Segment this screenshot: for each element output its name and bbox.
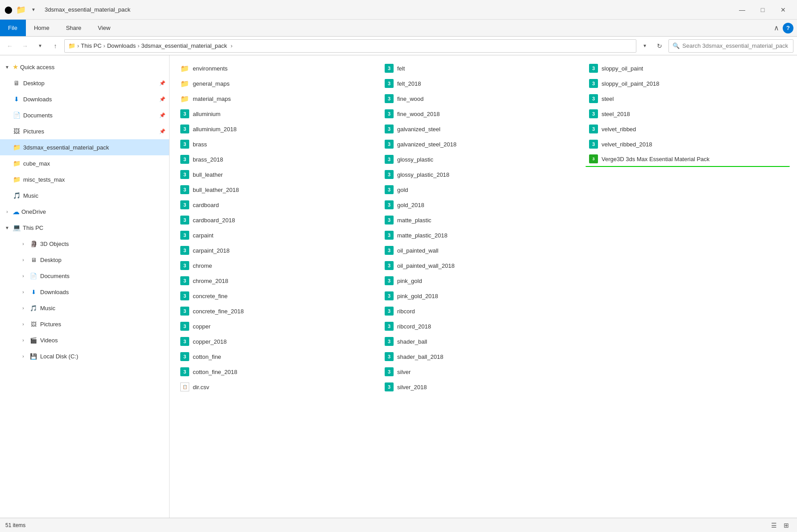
3ds-icon: 3 bbox=[385, 367, 394, 376]
list-item[interactable]: 3sloppy_oil_paint bbox=[585, 61, 790, 76]
list-item[interactable]: 3gold bbox=[381, 182, 585, 197]
list-item[interactable]: 3copper_2018 bbox=[177, 334, 381, 349]
list-item[interactable]: 3silver_2018 bbox=[381, 379, 585, 395]
sidebar-item-desktop-qa[interactable]: 🖥 Desktop 📌 bbox=[0, 75, 169, 91]
folder-icon[interactable]: 📁 bbox=[16, 5, 26, 15]
path-thispc[interactable]: This PC bbox=[81, 42, 101, 49]
sidebar-item-music-pc[interactable]: › 🎵 Music bbox=[0, 300, 169, 316]
list-item[interactable]: 3velvet_ribbed_2018 bbox=[585, 137, 790, 152]
list-item[interactable]: 3steel bbox=[585, 91, 790, 106]
list-item[interactable]: 3chrome bbox=[177, 258, 381, 273]
list-item[interactable]: 3galvanized_steel_2018 bbox=[381, 137, 585, 152]
list-item[interactable]: 3carpaint_2018 bbox=[177, 243, 381, 258]
up-button[interactable]: ↑ bbox=[49, 40, 62, 52]
list-item[interactable]: 3copper bbox=[177, 319, 381, 334]
tab-share[interactable]: Share bbox=[58, 20, 90, 36]
list-item[interactable]: 3concrete_fine_2018 bbox=[177, 303, 381, 319]
sidebar-item-cubemax-qa[interactable]: 📁 cube_max bbox=[0, 155, 169, 171]
sidebar-section-thispc[interactable]: ▼ 💻 This PC bbox=[0, 220, 169, 236]
path-folder[interactable]: 3dsmax_essential_material_pack bbox=[141, 42, 227, 49]
tab-home[interactable]: Home bbox=[26, 20, 58, 36]
address-path[interactable]: 📁 › This PC › Downloads › 3dsmax_essenti… bbox=[64, 39, 636, 53]
dropdown-icon[interactable]: ▼ bbox=[29, 5, 38, 15]
list-item[interactable]: 3carpaint bbox=[177, 228, 381, 243]
list-item[interactable]: 3ribcord bbox=[381, 303, 585, 319]
list-item[interactable]: 3felt_2018 bbox=[381, 76, 585, 91]
list-item[interactable]: 3ribcord_2018 bbox=[381, 319, 585, 334]
list-item[interactable]: 3brass bbox=[177, 137, 381, 152]
list-item[interactable]: 📁environments bbox=[177, 61, 381, 76]
localdisk-pc-icon: 💾 bbox=[29, 352, 37, 360]
ribbon-collapse-button[interactable]: ∧ bbox=[774, 24, 779, 32]
sidebar-item-3dobjects[interactable]: › 🗿 3D Objects bbox=[0, 236, 169, 252]
list-item[interactable]: 3gold_2018 bbox=[381, 197, 585, 212]
list-item[interactable]: 3galvanized_steel bbox=[381, 121, 585, 137]
sidebar-item-music-qa[interactable]: 🎵 Music bbox=[0, 187, 169, 204]
sidebar-item-videos-pc[interactable]: › 🎬 Videos bbox=[0, 332, 169, 348]
3ds-icon: 3 bbox=[180, 125, 189, 133]
search-box[interactable]: 🔍 bbox=[668, 39, 793, 53]
list-item[interactable]: 3brass_2018 bbox=[177, 152, 381, 167]
list-item[interactable]: 3sloppy_oil_paint_2018 bbox=[585, 76, 790, 91]
list-item[interactable]: 3cardboard_2018 bbox=[177, 212, 381, 228]
list-item[interactable]: 3steel_2018 bbox=[585, 106, 790, 121]
pin-icon-2: 📌 bbox=[159, 96, 166, 102]
path-downloads[interactable]: Downloads bbox=[107, 42, 136, 49]
close-button[interactable]: ✕ bbox=[773, 0, 793, 20]
quick-access-icon[interactable]: ⬤ bbox=[4, 5, 13, 15]
list-item[interactable]: 3concrete_fine bbox=[177, 288, 381, 303]
sidebar-item-documents-pc[interactable]: › 📄 Documents bbox=[0, 268, 169, 284]
sidebar-item-documents-qa[interactable]: 📄 Documents 📌 bbox=[0, 107, 169, 123]
sidebar-item-3dsmax-qa[interactable]: 📁 3dsmax_essential_material_pack bbox=[0, 139, 169, 155]
sidebar-item-misctests-qa[interactable]: 📁 misc_tests_max bbox=[0, 171, 169, 187]
address-dropdown-button[interactable]: ▼ bbox=[639, 40, 651, 52]
sidebar-item-downloads-qa[interactable]: ⬇ Downloads 📌 bbox=[0, 91, 169, 107]
list-view-button[interactable]: ☰ bbox=[768, 520, 779, 531]
list-item[interactable]: 3silver bbox=[381, 364, 585, 379]
list-item[interactable]: 3cotton_fine bbox=[177, 349, 381, 364]
list-item[interactable]: 📁material_maps bbox=[177, 91, 381, 106]
sidebar-item-pictures-pc[interactable]: › 🖼 Pictures bbox=[0, 316, 169, 332]
list-item[interactable]: 3matte_plastic_2018 bbox=[381, 228, 585, 243]
list-item[interactable]: 3matte_plastic bbox=[381, 212, 585, 228]
list-item[interactable]: 📋dir.csv bbox=[177, 379, 381, 395]
list-item[interactable]: 3cotton_fine_2018 bbox=[177, 364, 381, 379]
list-item[interactable]: 3glossy_plastic_2018 bbox=[381, 167, 585, 182]
list-item[interactable]: 3Verge3D 3ds Max Essential Material Pack bbox=[585, 152, 790, 167]
help-button[interactable]: ? bbox=[783, 23, 793, 33]
list-item[interactable]: 3pink_gold bbox=[381, 273, 585, 288]
list-item[interactable]: 3bull_leather bbox=[177, 167, 381, 182]
list-item[interactable]: 3chrome_2018 bbox=[177, 273, 381, 288]
list-item[interactable]: 3glossy_plastic bbox=[381, 152, 585, 167]
sidebar-section-quickaccess[interactable]: ▼ ★ Quick access bbox=[0, 59, 169, 75]
list-item[interactable]: 3alluminium bbox=[177, 106, 381, 121]
sidebar-item-downloads-pc[interactable]: › ⬇ Downloads bbox=[0, 284, 169, 300]
minimize-button[interactable]: — bbox=[732, 0, 752, 20]
list-item[interactable]: 3bull_leather_2018 bbox=[177, 182, 381, 197]
list-item[interactable]: 3felt bbox=[381, 61, 585, 76]
forward-button[interactable]: → bbox=[19, 40, 31, 52]
list-item[interactable]: 3fine_wood bbox=[381, 91, 585, 106]
search-input[interactable] bbox=[682, 42, 789, 49]
sidebar-item-localdisk-pc[interactable]: › 💾 Local Disk (C:) bbox=[0, 348, 169, 364]
sidebar-section-onedrive[interactable]: › ☁ OneDrive bbox=[0, 204, 169, 220]
tab-view[interactable]: View bbox=[90, 20, 119, 36]
grid-view-button[interactable]: ⊞ bbox=[781, 520, 792, 531]
list-item[interactable]: 3fine_wood_2018 bbox=[381, 106, 585, 121]
sidebar-item-desktop-pc[interactable]: › 🖥 Desktop bbox=[0, 252, 169, 268]
tab-file[interactable]: File bbox=[0, 20, 26, 36]
list-item[interactable]: 3shader_ball_2018 bbox=[381, 349, 585, 364]
back-button[interactable]: ← bbox=[4, 40, 16, 52]
refresh-button[interactable]: ↻ bbox=[653, 40, 666, 52]
list-item[interactable]: 3cardboard bbox=[177, 197, 381, 212]
list-item[interactable]: 3velvet_ribbed bbox=[585, 121, 790, 137]
list-item[interactable]: 3alluminium_2018 bbox=[177, 121, 381, 137]
recent-locations-button[interactable]: ▼ bbox=[34, 40, 46, 52]
list-item[interactable]: 3oil_painted_wall_2018 bbox=[381, 258, 585, 273]
list-item[interactable]: 📁general_maps bbox=[177, 76, 381, 91]
list-item[interactable]: 3oil_painted_wall bbox=[381, 243, 585, 258]
sidebar-item-pictures-qa[interactable]: 🖼 Pictures 📌 bbox=[0, 123, 169, 139]
maximize-button[interactable]: □ bbox=[752, 0, 773, 20]
list-item[interactable]: 3pink_gold_2018 bbox=[381, 288, 585, 303]
list-item[interactable]: 3shader_ball bbox=[381, 334, 585, 349]
